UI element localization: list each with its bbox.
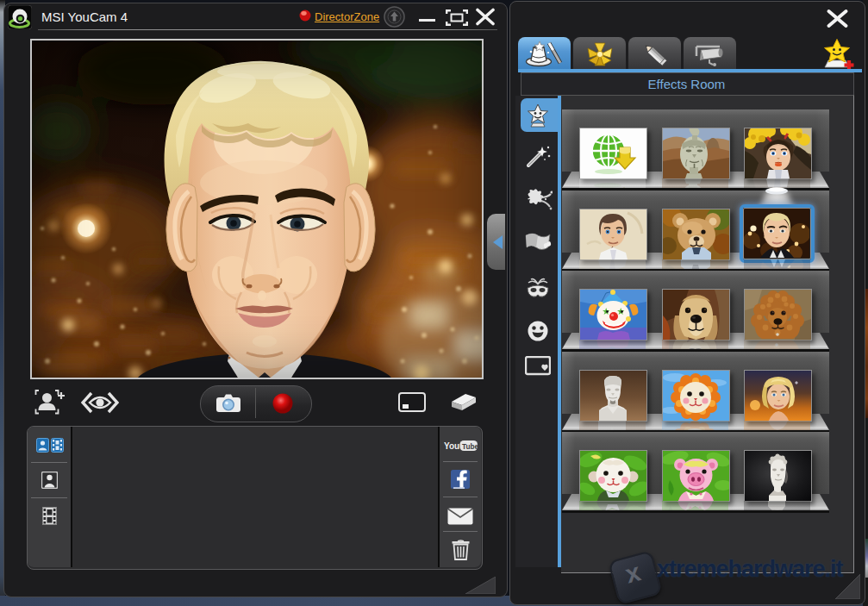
- svg-text:Tube: Tube: [462, 443, 478, 451]
- svg-text:You: You: [444, 441, 459, 451]
